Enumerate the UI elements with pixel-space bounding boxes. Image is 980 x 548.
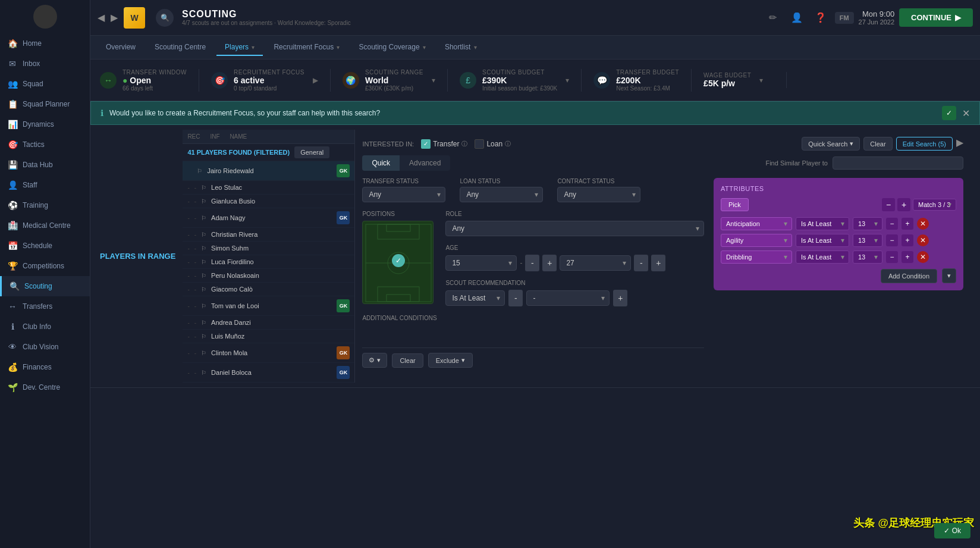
scout-rec-decrease-button[interactable]: - xyxy=(508,290,523,306)
attr-op-select-1[interactable]: Is At Least xyxy=(796,234,849,247)
player-row[interactable]: - - ⚐ Daniel Boloca GK xyxy=(183,363,354,383)
sidebar-item-squad[interactable]: 👥 Squad xyxy=(0,74,90,94)
transfer-checkbox[interactable]: ✓ xyxy=(421,139,431,149)
player-row[interactable]: - - ⚐ Christian Rivera xyxy=(183,228,354,242)
nav-back-button[interactable]: ◀ xyxy=(98,12,105,23)
sidebar-item-training[interactable]: ⚽ Training xyxy=(0,195,90,215)
sidebar-item-inbox[interactable]: ✉ Inbox xyxy=(0,54,90,74)
tab-overview[interactable]: Overview xyxy=(98,39,144,56)
attr-increase-button-1[interactable]: + xyxy=(902,234,913,246)
player-row[interactable]: - - ⚐ Luca Fiordilino xyxy=(183,255,354,269)
age-max-increase-button[interactable]: + xyxy=(651,255,665,271)
transfer-checkbox-label[interactable]: ✓ Transfer ⓘ xyxy=(421,139,467,149)
match-increase-button[interactable]: + xyxy=(897,198,910,211)
sidebar-item-squad-planner[interactable]: 📋 Squad Planner xyxy=(0,94,90,114)
sidebar-item-medical-centre[interactable]: 🏥 Medical Centre xyxy=(0,215,90,236)
sidebar-item-data-hub[interactable]: 💾 Data Hub xyxy=(0,155,90,175)
age-min-decrease-button[interactable]: - xyxy=(525,255,539,271)
sidebar-item-dynamics[interactable]: 📊 Dynamics xyxy=(0,114,90,134)
attr-op-select-0[interactable]: Is At Least xyxy=(796,217,849,230)
banner-confirm-button[interactable]: ✓ xyxy=(942,106,956,120)
transfer-status-select[interactable]: Any xyxy=(362,187,445,202)
age-max-select[interactable]: 27 xyxy=(560,255,631,271)
clear-search-button[interactable]: Clear xyxy=(863,137,892,151)
scout-rec-val-select[interactable]: - xyxy=(526,290,610,306)
attr-increase-button-2[interactable]: + xyxy=(902,251,913,263)
attr-decrease-button-2[interactable]: − xyxy=(886,251,898,263)
general-tab-button[interactable]: General xyxy=(294,146,329,158)
scout-rec-increase-button[interactable]: + xyxy=(613,290,627,306)
player-row[interactable]: - - ⚐ Luis Muñoz xyxy=(183,330,354,343)
sidebar-item-staff[interactable]: 👤 Staff xyxy=(0,175,90,195)
match-decrease-button[interactable]: − xyxy=(882,198,895,211)
sidebar-item-transfers[interactable]: ↔ Transfers xyxy=(0,296,90,317)
player-row[interactable]: - - ⚐ Simon Suhm xyxy=(183,242,354,255)
attr-delete-button-1[interactable]: ✕ xyxy=(917,234,929,246)
scout-rec-op-select[interactable]: Is At Least xyxy=(445,290,505,306)
age-min-select[interactable]: 15 xyxy=(445,255,517,271)
loan-checkbox[interactable] xyxy=(475,139,484,149)
player-row[interactable]: - - ⚐ Adam Nagy GK xyxy=(183,208,354,228)
player-row[interactable]: - - ⚐ Leo Stulac xyxy=(183,181,354,195)
match-select[interactable]: Match 3 / 3 xyxy=(913,199,956,211)
edit-icon[interactable]: ✏ xyxy=(764,8,783,27)
sidebar-item-scouting[interactable]: 🔍 Scouting xyxy=(0,276,90,296)
loan-checkbox-label[interactable]: Loan ⓘ xyxy=(475,139,511,149)
sidebar-item-dev.-centre[interactable]: 🌱 Dev. Centre xyxy=(0,377,90,397)
search-icon[interactable]: 🔍 xyxy=(156,9,174,27)
role-select[interactable]: Any xyxy=(445,221,704,236)
tab-scouting-centre[interactable]: Scouting Centre xyxy=(146,39,214,56)
age-max-decrease-button[interactable]: - xyxy=(634,255,648,271)
player-row[interactable]: - - ⚐ Giacomo Calò xyxy=(183,283,354,296)
profile-icon[interactable]: 👤 xyxy=(787,8,806,27)
attr-delete-button-0[interactable]: ✕ xyxy=(917,218,929,230)
nav-forward-button[interactable]: ▶ xyxy=(111,12,118,23)
settings-button[interactable]: ⚙ ▾ xyxy=(362,353,387,368)
wage-budget-arrow[interactable]: ▾ xyxy=(759,76,763,84)
find-similar-input[interactable] xyxy=(833,156,963,170)
age-min-increase-button[interactable]: + xyxy=(542,255,557,271)
player-row[interactable]: - - ⚐ Peru Nolaskoain xyxy=(183,269,354,283)
attr-increase-button-0[interactable]: + xyxy=(902,218,913,230)
sidebar-item-finances[interactable]: 💰 Finances xyxy=(0,357,90,377)
edit-search-button[interactable]: Edit Search (5) xyxy=(896,137,953,151)
scouting-range-arrow[interactable]: ▾ xyxy=(432,76,435,84)
add-condition-button[interactable]: Add Condition xyxy=(881,269,937,283)
quick-tab[interactable]: Quick xyxy=(362,155,400,171)
collapse-icon[interactable]: ▶ xyxy=(956,137,963,151)
tab-scouting-coverage[interactable]: Scouting Coverage ▾ xyxy=(350,39,434,56)
attr-name-select-2[interactable]: Dribbling xyxy=(721,250,792,264)
sidebar-item-club-vision[interactable]: 👁 Club Vision xyxy=(0,337,90,357)
recruitment-focus-arrow[interactable]: ▶ xyxy=(313,76,318,84)
loan-status-select[interactable]: Any xyxy=(460,187,543,202)
add-condition-expand-button[interactable]: ▾ xyxy=(942,268,956,283)
attr-val-select-1[interactable]: 13 xyxy=(853,234,882,247)
player-row[interactable]: - - ⚐ Tom van de Looi GK xyxy=(183,296,354,316)
sidebar-item-competitions[interactable]: 🏆 Competitions xyxy=(0,256,90,276)
banner-close-button[interactable]: ✕ xyxy=(962,108,970,119)
attr-name-select-1[interactable]: Agility xyxy=(721,234,792,247)
attr-decrease-button-1[interactable]: − xyxy=(886,234,898,246)
tab-shortlist[interactable]: Shortlist ▾ xyxy=(436,39,485,56)
player-row[interactable]: - - ⚐ Gianluca Busio xyxy=(183,195,354,208)
attr-op-select-2[interactable]: Is At Least xyxy=(796,250,849,264)
advanced-tab[interactable]: Advanced xyxy=(400,155,450,171)
attr-delete-button-2[interactable]: ✕ xyxy=(917,251,929,263)
attr-name-select-0[interactable]: Anticipation xyxy=(721,217,792,230)
pick-button[interactable]: Pick xyxy=(721,198,749,211)
help-icon[interactable]: ❓ xyxy=(811,8,830,27)
attr-val-select-0[interactable]: 13 xyxy=(853,217,882,230)
continue-button[interactable]: CONTINUE ▶ xyxy=(899,8,973,27)
sidebar-item-schedule[interactable]: 📅 Schedule xyxy=(0,236,90,256)
sidebar-item-home[interactable]: 🏠 Home xyxy=(0,33,90,54)
sidebar-item-tactics[interactable]: 🎯 Tactics xyxy=(0,134,90,155)
tab-recruitment-focus[interactable]: Recruitment Focus ▾ xyxy=(265,39,348,56)
ok-button[interactable]: ✓ Ok xyxy=(934,523,970,538)
pitch-diagram[interactable]: ✓ xyxy=(362,221,434,304)
contract-status-select[interactable]: Any xyxy=(557,187,640,202)
tab-players[interactable]: Players ▾ xyxy=(216,39,263,56)
player-row[interactable]: ⚐ Jairo Riedewald GK xyxy=(183,161,354,181)
player-row[interactable]: - - ⚐ Andrea Danzi xyxy=(183,316,354,330)
sidebar-item-club-info[interactable]: ℹ Club Info xyxy=(0,317,90,337)
scouting-budget-arrow[interactable]: ▾ xyxy=(566,76,569,84)
